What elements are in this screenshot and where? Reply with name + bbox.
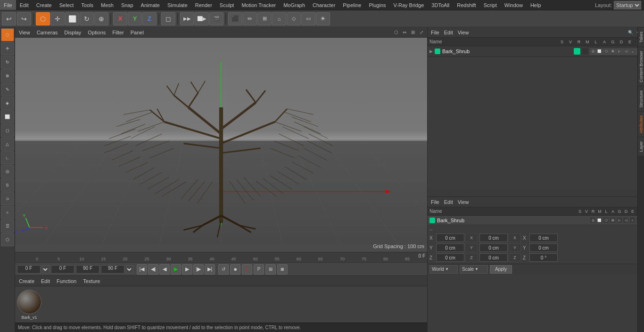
- current-frame-input[interactable]: 0 F: [51, 265, 74, 274]
- left-tool-3[interactable]: ⊕: [1, 69, 14, 82]
- om-menu-file[interactable]: File: [429, 30, 441, 35]
- next-key-button[interactable]: |▶: [193, 264, 204, 275]
- z-axis-button[interactable]: Z: [142, 12, 157, 25]
- end-frame-input[interactable]: 90 F: [76, 265, 99, 274]
- menu-render[interactable]: Render: [191, 0, 216, 10]
- transform-tool-button[interactable]: ⊕: [94, 12, 108, 25]
- stop-button[interactable]: ■: [230, 264, 240, 275]
- left-tool-2[interactable]: ↻: [1, 56, 14, 69]
- rtab-content-browser[interactable]: Content Browser: [638, 47, 644, 86]
- left-tool-12[interactable]: ⊃: [1, 192, 14, 205]
- am-z-pos-val[interactable]: 0 cm: [436, 253, 464, 262]
- rtab-attributes[interactable]: Attributes: [638, 111, 644, 137]
- select-tool-button[interactable]: ⬡: [36, 12, 50, 25]
- menu-script[interactable]: Script: [480, 0, 501, 10]
- menu-help[interactable]: Help: [527, 0, 545, 10]
- vp-icon-move[interactable]: ⬡: [392, 29, 400, 36]
- om-menu-view[interactable]: View: [456, 30, 471, 35]
- grid-button[interactable]: ⊞: [265, 264, 276, 275]
- om-expand-arrow[interactable]: ▶: [429, 49, 433, 54]
- vp-icon-lock[interactable]: ⊞: [409, 29, 417, 36]
- scale-dropdown[interactable]: Scale ▼: [460, 265, 488, 274]
- left-tool-13[interactable]: ⟐: [1, 206, 14, 219]
- menu-sculpt[interactable]: Sculpt: [216, 0, 238, 10]
- left-tool-8[interactable]: △: [1, 138, 14, 151]
- world-dropdown[interactable]: World ▼: [429, 265, 458, 274]
- am-menu-view[interactable]: View: [456, 199, 471, 205]
- left-tool-14[interactable]: ☰: [1, 219, 14, 233]
- am-menu-edit[interactable]: Edit: [443, 199, 454, 205]
- om-item-color-chip[interactable]: [574, 48, 580, 55]
- menu-edit[interactable]: Edit: [16, 0, 33, 10]
- viewport[interactable]: Perspective Grid Spacing : 100 cm: [15, 38, 427, 252]
- rotate-tool-button[interactable]: ↻: [80, 12, 94, 25]
- vp-menu-display[interactable]: Display: [62, 30, 83, 35]
- menu-mograph[interactable]: MoGraph: [280, 0, 309, 10]
- om-icon-5[interactable]: ▷: [616, 49, 622, 55]
- camera-button[interactable]: ▭: [301, 12, 315, 25]
- record-button[interactable]: ●: [242, 264, 252, 275]
- om-icon-7[interactable]: ⌂: [629, 49, 636, 55]
- redo-button[interactable]: ↪: [17, 12, 31, 25]
- light-button[interactable]: ☀: [316, 12, 330, 25]
- menu-tools[interactable]: Tools: [77, 0, 97, 10]
- left-tool-0[interactable]: ⬡: [1, 28, 14, 41]
- mat-menu-function[interactable]: Function: [55, 278, 78, 284]
- layout-select[interactable]: Startup: [614, 1, 641, 9]
- vp-menu-filter[interactable]: Filter: [110, 30, 125, 35]
- vp-menu-panel[interactable]: Panel: [129, 30, 146, 35]
- vp-menu-view[interactable]: View: [17, 30, 32, 35]
- render-preview-button[interactable]: ▶▶: [180, 12, 194, 25]
- deform-button[interactable]: ⌂: [272, 12, 286, 25]
- vp-menu-options[interactable]: Options: [86, 30, 107, 35]
- vp-icon-expand[interactable]: ⤢: [418, 29, 425, 36]
- left-tool-5[interactable]: ◈: [1, 97, 14, 110]
- material-item[interactable]: Bark_v1: [17, 290, 41, 320]
- prev-key-button[interactable]: ◀|: [148, 264, 158, 275]
- menu-motion-tracker[interactable]: Motion Tracker: [238, 0, 280, 10]
- menu-create[interactable]: Create: [33, 0, 56, 10]
- left-tool-7[interactable]: ◻: [1, 124, 14, 137]
- left-tool-6[interactable]: ⬜: [1, 110, 14, 123]
- next-frame-button[interactable]: ▶: [182, 264, 192, 275]
- timeline-ruler[interactable]: 0 5 10 15 20 25 30 35 40 45 50 55 60 65 …: [15, 252, 427, 262]
- left-tool-11[interactable]: S: [1, 178, 14, 192]
- am-z-rot-val[interactable]: 0 °: [529, 253, 558, 262]
- x-axis-button[interactable]: X: [113, 12, 127, 25]
- nurbs-button[interactable]: ⊞: [257, 12, 272, 25]
- left-tool-4[interactable]: ✎: [1, 83, 14, 96]
- am-menu-file[interactable]: File: [429, 199, 441, 205]
- vp-menu-cameras[interactable]: Cameras: [35, 30, 60, 35]
- bezier-button[interactable]: ✏: [243, 12, 257, 25]
- frame-dropdown-2[interactable]: ▼: [126, 265, 133, 274]
- om-icon-3[interactable]: ⬡: [603, 49, 609, 55]
- menu-file[interactable]: File: [0, 0, 16, 10]
- om-icon-2[interactable]: ⬜: [596, 49, 603, 55]
- am-y-rot-val[interactable]: 0 cm: [529, 243, 558, 252]
- goto-end-button[interactable]: ▶|: [205, 264, 215, 275]
- menu-pipeline[interactable]: Pipeline: [339, 0, 365, 10]
- loop-button[interactable]: ↺: [218, 264, 229, 275]
- menu-animate[interactable]: Animate: [137, 0, 164, 10]
- rtab-takes[interactable]: Takes: [638, 27, 644, 47]
- move-tool-button[interactable]: ✛: [50, 12, 65, 25]
- render-active-button[interactable]: 🎬: [209, 12, 223, 25]
- left-tool-9[interactable]: ∟: [1, 151, 14, 164]
- cube-button[interactable]: ⬛: [228, 12, 242, 25]
- frame-dropdown[interactable]: ▼: [42, 265, 50, 274]
- render-region-button[interactable]: ⬜▶: [195, 12, 209, 25]
- menu-simulate[interactable]: Simulate: [164, 0, 191, 10]
- menu-3dtoall[interactable]: 3DToAll: [428, 0, 453, 10]
- scale-tool-button[interactable]: ⬜: [65, 12, 79, 25]
- menu-snap[interactable]: Snap: [117, 0, 137, 10]
- prev-frame-button[interactable]: ◀: [159, 264, 170, 275]
- rtab-structure[interactable]: Structure: [638, 86, 644, 112]
- om-menu-edit[interactable]: Edit: [443, 30, 454, 35]
- start-frame-input[interactable]: 0 F: [17, 265, 41, 274]
- om-icon-6[interactable]: ◁: [623, 49, 629, 55]
- am-z-size-val[interactable]: 0 cm: [479, 253, 508, 262]
- y-axis-button[interactable]: Y: [128, 12, 142, 25]
- om-icon-1[interactable]: ◎: [590, 49, 596, 55]
- play-button[interactable]: ▶: [171, 264, 181, 275]
- keyframe-button[interactable]: P: [254, 264, 264, 275]
